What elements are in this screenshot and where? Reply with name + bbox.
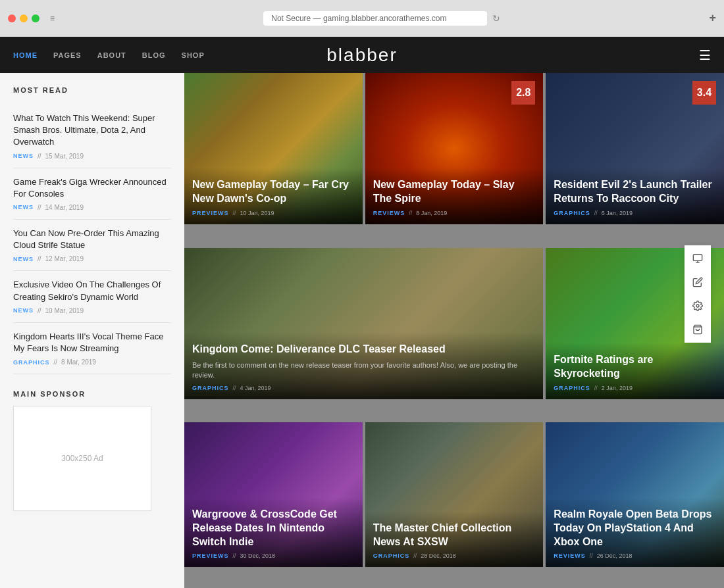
card-date: 6 Jan, 2019 [602, 210, 633, 216]
card-meta-divider: // [413, 552, 417, 559]
sidebar-tag: GRAPHICS [13, 359, 50, 366]
sidebar-item-title: Kingdom Hearts III's Vocal Theme Face My… [13, 331, 171, 355]
sidebar-item-title: Exclusive Video On The Challenges Of Cre… [13, 279, 171, 303]
sidebar-item-meta: NEWS // 10 Mar, 2019 [13, 307, 171, 314]
new-tab-button[interactable]: + [709, 11, 716, 25]
sponsor-ad-text: 300x250 Ad [61, 454, 103, 463]
card-title: Resident Evil 2's Launch Trailer Returns… [554, 178, 716, 206]
nav-links: HOME PAGES ABOUT BLOG SHOP [13, 51, 205, 59]
card-meta: GRAPHICS // 28 Dec, 2018 [373, 552, 536, 559]
card-title: Wargroove & CrossCode Get Release Dates … [192, 508, 355, 549]
card-meta: PREVIEWS // 10 Jan, 2019 [192, 210, 355, 216]
traffic-lights [8, 14, 39, 22]
sidebar-item-meta: NEWS // 14 Mar, 2019 [13, 204, 171, 211]
card-meta: REVIEWS // 26 Dec, 2018 [554, 552, 716, 559]
close-button[interactable] [8, 14, 16, 22]
nav-about[interactable]: ABOUT [97, 51, 126, 59]
card-masterchief[interactable]: The Master Chief Collection News At SXSW… [365, 422, 544, 567]
sidebar-item[interactable]: What To Watch This Weekend: Super Smash … [13, 105, 171, 168]
shopping-icon[interactable] [688, 320, 707, 339]
sidebar-date: 15 Mar, 2019 [45, 153, 84, 160]
card-tag: GRAPHICS [554, 385, 590, 391]
sidebar-divider: // [54, 358, 58, 366]
content-grid: New Gameplay Today – Far Cry New Dawn's … [184, 73, 724, 588]
sidebar-item[interactable]: Game Freak's Giga Wrecker Announced For … [13, 168, 171, 220]
sidebar-divider: // [38, 255, 41, 262]
browser-chrome: ≡ Not Secure — gaming.blabber.ancorathem… [0, 0, 724, 37]
sidebar-item[interactable]: Kingdom Hearts III's Vocal Theme Face My… [13, 323, 171, 374]
sidebar-divider: // [38, 153, 41, 160]
most-read-title: MOST READ [13, 86, 171, 94]
card-meta-divider: // [594, 210, 598, 216]
nav-home[interactable]: HOME [13, 51, 38, 59]
card-tag: GRAPHICS [192, 385, 229, 391]
card-wargroove[interactable]: Wargroove & CrossCode Get Release Dates … [184, 422, 363, 567]
settings-icon[interactable] [688, 297, 707, 315]
nav-shop[interactable]: SHOP [182, 51, 205, 59]
card-date: 8 Jan, 2019 [416, 210, 447, 216]
card-desc: Be the first to comment on the new relea… [192, 360, 535, 381]
sponsor-section: MAIN SPONSOR 300x250 Ad [13, 390, 171, 511]
card-tag: REVIEWS [554, 552, 586, 559]
refresh-icon[interactable]: ↻ [492, 13, 500, 24]
address-text: Not Secure — gaming.blabber.ancorathemes… [271, 14, 446, 23]
card-overlay: Wargroove & CrossCode Get Release Dates … [184, 497, 363, 567]
card-kingdomcome[interactable]: Kingdom Come: Deliverance DLC Teaser Rel… [184, 248, 543, 399]
sidebar-item[interactable]: You Can Now Pre-Order This Amazing Cloud… [13, 220, 171, 271]
browser-menu-icon[interactable]: ≡ [50, 14, 55, 23]
sidebar: MOST READ What To Watch This Weekend: Su… [0, 73, 184, 588]
card-tag: GRAPHICS [554, 210, 590, 216]
card-meta-divider: // [233, 552, 236, 559]
sponsor-ad: 300x250 Ad [13, 406, 151, 511]
sidebar-item-meta: NEWS // 15 Mar, 2019 [13, 153, 171, 160]
card-farcry[interactable]: New Gameplay Today – Far Cry New Dawn's … [184, 73, 363, 224]
card-overlay: Kingdom Come: Deliverance DLC Teaser Rel… [184, 332, 543, 399]
sidebar-divider: // [38, 307, 41, 314]
nav-pages[interactable]: PAGES [53, 51, 82, 59]
card-overlay: Fortnite Ratings are Skyrocketing GRAPHI… [546, 343, 724, 399]
sponsor-title: MAIN SPONSOR [13, 390, 171, 398]
sidebar-item-title: What To Watch This Weekend: Super Smash … [13, 112, 171, 149]
card-slaythespire[interactable]: 2.8 New Gameplay Today – Slay The Spire … [365, 73, 544, 224]
sidebar-date: 10 Mar, 2019 [45, 307, 84, 314]
sidebar-date: 12 Mar, 2019 [45, 255, 84, 262]
card-date: 4 Jan, 2019 [240, 385, 271, 391]
svg-rect-0 [693, 255, 702, 260]
card-title: Fortnite Ratings are Skyrocketing [554, 353, 716, 381]
main-layout: MOST READ What To Watch This Weekend: Su… [0, 73, 724, 588]
sidebar-tag: NEWS [13, 307, 34, 314]
browser-address-bar: Not Secure — gaming.blabber.ancorathemes… [60, 11, 704, 26]
card-date: 26 Dec, 2018 [597, 552, 633, 559]
site-logo: blabber [326, 45, 397, 66]
card-meta-divider: // [233, 210, 236, 216]
sidebar-item[interactable]: Exclusive Video On The Challenges Of Cre… [13, 271, 171, 322]
maximize-button[interactable] [32, 14, 39, 22]
card-tag: GRAPHICS [373, 552, 410, 559]
card-overlay: Realm Royale Open Beta Drops Today On Pl… [546, 497, 724, 567]
card-meta-divider: // [590, 552, 593, 559]
card-tag: PREVIEWS [192, 552, 229, 559]
card-title: New Gameplay Today – Far Cry New Dawn's … [192, 178, 355, 206]
card-date: 30 Dec, 2018 [240, 552, 276, 559]
card-re2[interactable]: 3.4 Resident Evil 2's Launch Trailer Ret… [546, 73, 724, 224]
card-meta-divider: // [594, 385, 598, 391]
sidebar-tag: NEWS [13, 153, 34, 159]
monitor-icon[interactable] [688, 249, 707, 268]
sidebar-tag: NEWS [13, 204, 34, 210]
nav-blog[interactable]: BLOG [142, 51, 166, 59]
card-tag: REVIEWS [373, 210, 405, 216]
sidebar-item-title: Game Freak's Giga Wrecker Announced For … [13, 176, 171, 200]
edit-icon[interactable] [688, 273, 707, 291]
card-overlay: Resident Evil 2's Launch Trailer Returns… [546, 168, 724, 224]
card-meta: GRAPHICS // 6 Jan, 2019 [554, 210, 716, 216]
card-title: Realm Royale Open Beta Drops Today On Pl… [554, 508, 716, 549]
card-realmroyale[interactable]: Realm Royale Open Beta Drops Today On Pl… [546, 422, 724, 567]
nav-hamburger-icon[interactable]: ☰ [699, 47, 711, 63]
card-title: New Gameplay Today – Slay The Spire [373, 178, 536, 206]
card-overlay: New Gameplay Today – Far Cry New Dawn's … [184, 168, 363, 224]
address-input[interactable]: Not Secure — gaming.blabber.ancorathemes… [263, 11, 487, 26]
minimize-button[interactable] [20, 14, 28, 22]
svg-point-3 [696, 305, 699, 307]
card-date: 2 Jan, 2019 [602, 385, 633, 391]
sidebar-item-meta: GRAPHICS // 8 Mar, 2019 [13, 358, 171, 366]
